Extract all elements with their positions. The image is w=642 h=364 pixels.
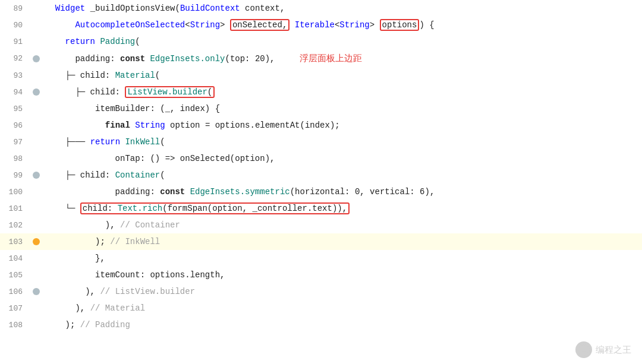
- code-line-108: 108 ); // Padding: [0, 316, 642, 333]
- code-line-102: 102 ), // Container: [0, 217, 642, 233]
- line-number-108: 108: [0, 321, 30, 330]
- code-content-90: AutocompleteOnSelected<String> onSelecte…: [43, 17, 642, 33]
- line-number-89: 89: [0, 4, 30, 13]
- code-content-99: ├─ child: Container(: [43, 167, 642, 183]
- code-line-100: 100 padding: const EdgeInsets.symmetric(…: [0, 183, 642, 200]
- line-number-107: 107: [0, 304, 30, 313]
- gutter-94: [30, 88, 43, 96]
- code-line-91: 91 return Padding(: [0, 33, 642, 50]
- code-content-108: ); // Padding: [43, 316, 642, 333]
- line-number-91: 91: [0, 37, 30, 46]
- code-line-105: 105 itemCount: options.length,: [0, 267, 642, 283]
- line-number-97: 97: [0, 138, 30, 147]
- watermark-text: 编程之王: [596, 344, 631, 356]
- gutter-icon-99: [33, 172, 40, 179]
- code-line-95: 95 itemBuilder: (_, index) {: [0, 100, 642, 117]
- code-content-97: ├─── return InkWell(: [43, 134, 642, 150]
- gutter-99: [30, 172, 43, 179]
- line-number-92: 92: [0, 54, 30, 63]
- line-number-102: 102: [0, 221, 30, 230]
- code-content-89: Widget _buildOptionsView(BuildContext co…: [43, 0, 642, 17]
- line-number-100: 100: [0, 188, 30, 197]
- watermark-icon: [575, 341, 592, 358]
- code-content-95: itemBuilder: (_, index) {: [43, 100, 642, 117]
- watermark: 编程之王: [575, 341, 631, 358]
- line-number-101: 101: [0, 204, 30, 213]
- code-content-106: ), // ListView.builder: [43, 283, 642, 300]
- code-content-102: ), // Container: [43, 217, 642, 233]
- code-line-96: 96 final String option = options.element…: [0, 117, 642, 134]
- code-content-105: itemCount: options.length,: [43, 267, 642, 283]
- line-number-105: 105: [0, 271, 30, 280]
- gutter-icon-106: [33, 288, 40, 295]
- code-editor: 89 Widget _buildOptionsView(BuildContext…: [0, 0, 642, 364]
- line-number-93: 93: [0, 71, 30, 80]
- code-content-100: padding: const EdgeInsets.symmetric(hori…: [43, 183, 642, 200]
- code-content-104: },: [43, 250, 642, 267]
- code-line-107: 107 ), // Material: [0, 300, 642, 316]
- code-content-98: onTap: () => onSelected(option),: [43, 150, 642, 167]
- gutter-103: [30, 238, 43, 245]
- code-content-91: return Padding(: [43, 33, 642, 50]
- line-number-99: 99: [0, 171, 30, 180]
- gutter-icon-92: [33, 55, 40, 62]
- code-line-106: 106 ), // ListView.builder: [0, 283, 642, 300]
- code-content-103: ); // InkWell: [43, 233, 642, 250]
- code-line-94: 94 ├─ child: ListView.builder(: [0, 84, 642, 100]
- code-content-92: padding: const EdgeInsets.only(top: 20),…: [43, 50, 642, 67]
- code-line-89: 89 Widget _buildOptionsView(BuildContext…: [0, 0, 642, 17]
- line-number-103: 103: [0, 238, 30, 246]
- gutter-icon-94: [33, 88, 40, 96]
- code-line-99: 99 ├─ child: Container(: [0, 167, 642, 183]
- line-number-90: 90: [0, 21, 30, 30]
- line-number-96: 96: [0, 121, 30, 130]
- gutter-92: [30, 55, 43, 62]
- line-number-95: 95: [0, 105, 30, 113]
- line-number-94: 94: [0, 88, 30, 97]
- code-line-93: 93 ├─ child: Material(: [0, 67, 642, 84]
- code-content-94: ├─ child: ListView.builder(: [43, 84, 642, 100]
- line-number-104: 104: [0, 254, 30, 263]
- code-line-104: 104 },: [0, 250, 642, 267]
- gutter-icon-103: [33, 238, 40, 245]
- code-content-101: └─ child: Text.rich(formSpan(option, _co…: [43, 200, 642, 217]
- code-line-101: 101 └─ child: Text.rich(formSpan(option,…: [0, 200, 642, 217]
- code-line-90: 90 AutocompleteOnSelected<String> onSele…: [0, 17, 642, 33]
- line-number-106: 106: [0, 287, 30, 296]
- annotation-text: 浮层面板上边距: [300, 53, 362, 63]
- code-line-103: 103 ); // InkWell: [0, 233, 642, 250]
- code-line-98: 98 onTap: () => onSelected(option),: [0, 150, 642, 167]
- line-number-98: 98: [0, 154, 30, 163]
- code-line-92: 92 padding: const EdgeInsets.only(top: 2…: [0, 50, 642, 67]
- code-content-96: final String option = options.elementAt(…: [43, 117, 642, 134]
- code-content-93: ├─ child: Material(: [43, 67, 642, 84]
- code-line-97: 97 ├─── return InkWell(: [0, 134, 642, 150]
- code-content-107: ), // Material: [43, 300, 642, 316]
- gutter-106: [30, 288, 43, 295]
